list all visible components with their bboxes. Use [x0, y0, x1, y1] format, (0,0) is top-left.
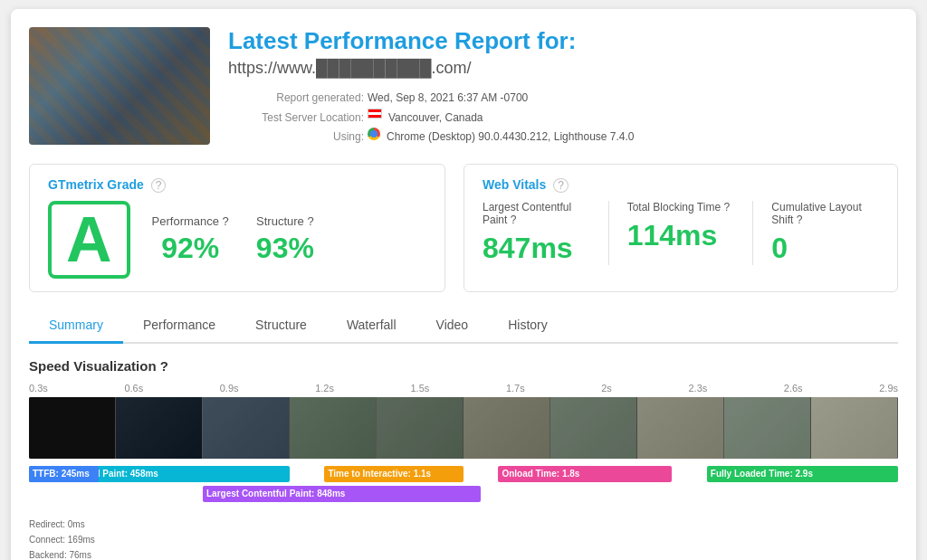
ruler-mark-5: 1.5s	[411, 383, 430, 394]
performance-value: 92%	[152, 232, 229, 265]
cls-value: 0	[771, 232, 879, 265]
onload-bar: Onload Time: 1.8s	[498, 466, 672, 482]
tab-summary[interactable]: Summary	[29, 308, 123, 344]
gtmetrix-grade-box: GTmetrix Grade ? A Performance ? 92%	[29, 164, 445, 292]
speed-visualization-section: Speed Visualization ? 0.3s 0.6s 0.9s 1.2…	[29, 358, 898, 560]
filmstrip-frame-5	[377, 397, 464, 459]
ttfb-bar: TTFB: 245ms	[29, 466, 99, 482]
vitals-help-icon[interactable]: ?	[553, 178, 569, 193]
ruler-mark-2: 0.6s	[124, 383, 143, 394]
header-info: Latest Performance Report for: https://w…	[228, 27, 898, 147]
ruler-mark-1: 0.3s	[29, 383, 48, 394]
report-generated-value: Wed, Sep 8, 2021 6:37 AM -0700	[368, 89, 528, 109]
tab-history[interactable]: History	[488, 308, 568, 344]
performance-help-icon[interactable]: ?	[223, 214, 229, 228]
cls-help-icon[interactable]: ?	[797, 214, 803, 226]
timing-bars-container: TTFB: 245ms First Contentful Paint: 458m…	[29, 462, 898, 513]
ruler-mark-9: 2.6s	[784, 383, 803, 394]
tti-bar: Time to Interactive: 1.1s	[324, 466, 464, 482]
performance-label: Performance ?	[152, 214, 229, 228]
lcp-value: 847ms	[483, 232, 590, 265]
ruler-mark-4: 1.2s	[315, 383, 334, 394]
header-section: Latest Performance Report for: https://w…	[29, 27, 898, 147]
speed-viz-help-icon[interactable]: ?	[160, 358, 168, 374]
filmstrip-frame-1	[29, 397, 116, 459]
report-url: https://www.██████████.com/	[228, 59, 898, 78]
vitals-divider-1	[608, 201, 609, 265]
filmstrip-frame-4	[290, 397, 377, 459]
filmstrip	[29, 397, 898, 459]
fully-loaded-bar: Fully Loaded Time: 2.9s	[707, 466, 898, 482]
lcp-help-icon[interactable]: ?	[511, 214, 517, 226]
filmstrip-frame-10	[811, 397, 898, 459]
tab-waterfall[interactable]: Waterfall	[327, 308, 416, 344]
tab-bar: Summary Performance Structure Waterfall …	[29, 308, 898, 344]
tab-performance[interactable]: Performance	[123, 308, 235, 344]
grade-help-icon[interactable]: ?	[151, 178, 167, 193]
server-location-value: Vancouver, Canada	[388, 109, 483, 128]
cls-label: Cumulative Layout Shift ?	[771, 201, 879, 226]
performance-metric: Performance ? 92%	[152, 214, 229, 265]
tbt-label: Total Blocking Time ?	[627, 201, 735, 214]
site-thumbnail	[29, 27, 210, 145]
structure-label: Structure ?	[256, 214, 314, 228]
chrome-icon	[368, 128, 380, 140]
using-value: Chrome (Desktop) 90.0.4430.212, Lighthou…	[387, 128, 635, 147]
ruler-mark-3: 0.9s	[220, 383, 239, 394]
tti-label: Time to Interactive: 1.1s	[328, 469, 431, 479]
metrics-row: GTmetrix Grade ? A Performance ? 92%	[29, 164, 898, 292]
tbt-help-icon[interactable]: ?	[723, 201, 730, 214]
vitals-section-title: Web Vitals ?	[483, 177, 879, 192]
filmstrip-frame-2	[116, 397, 203, 459]
vitals-divider-2	[752, 201, 753, 265]
fully-loaded-label: Fully Loaded Time: 2.9s	[711, 469, 813, 479]
grade-metrics: Performance ? 92% Structure ? 93%	[152, 214, 314, 265]
grade-inner: A Performance ? 92% Structure ?	[48, 201, 426, 279]
filmstrip-frame-9	[724, 397, 811, 459]
detail-redirect: Redirect: 0ms	[29, 517, 898, 532]
canada-flag-icon	[368, 109, 382, 119]
meta-server-location: Test Server Location: Vancouver, Canada	[228, 109, 898, 128]
meta-report-generated: Report generated: Wed, Sep 8, 2021 6:37 …	[228, 89, 898, 109]
structure-metric: Structure ? 93%	[256, 214, 314, 265]
grade-section-title: GTmetrix Grade ?	[48, 177, 426, 192]
lcp-timing-label: Largest Contentful Paint: 848ms	[206, 489, 345, 498]
page-title: Latest Performance Report for:	[228, 27, 898, 55]
tab-video[interactable]: Video	[416, 308, 489, 344]
tab-structure[interactable]: Structure	[235, 308, 327, 344]
using-label: Using:	[228, 128, 364, 147]
lcp-bar: Largest Contentful Paint: 848ms	[203, 486, 481, 502]
onload-label: Onload Time: 1.8s	[502, 469, 579, 479]
structure-help-icon[interactable]: ?	[307, 214, 313, 228]
filmstrip-frame-8	[637, 397, 724, 459]
lcp-label: Largest Contentful Paint ?	[483, 201, 590, 226]
lcp-vital: Largest Contentful Paint ? 847ms	[483, 201, 590, 265]
timing-details: Redirect: 0ms Connect: 169ms Backend: 76…	[29, 517, 898, 560]
detail-backend: Backend: 76ms	[29, 547, 898, 560]
web-vitals-box: Web Vitals ? Largest Contentful Paint ? …	[464, 164, 898, 292]
report-generated-label: Report generated:	[228, 89, 364, 109]
server-location-label: Test Server Location:	[228, 109, 364, 128]
timeline-ruler: 0.3s 0.6s 0.9s 1.2s 1.5s 1.7s 2s 2.3s 2.…	[29, 383, 898, 397]
speed-viz-title: Speed Visualization ?	[29, 358, 898, 374]
ruler-mark-10: 2.9s	[879, 383, 898, 394]
tbt-vital: Total Blocking Time ? 114ms	[627, 201, 735, 252]
main-card: Latest Performance Report for: https://w…	[11, 9, 916, 560]
header-meta: Report generated: Wed, Sep 8, 2021 6:37 …	[228, 89, 898, 147]
grade-letter: A	[48, 201, 130, 279]
filmstrip-frame-3	[203, 397, 290, 459]
detail-connect: Connect: 169ms	[29, 532, 898, 547]
tbt-value: 114ms	[627, 219, 735, 252]
meta-using: Using: Chrome (Desktop) 90.0.4430.212, L…	[228, 128, 898, 147]
cls-vital: Cumulative Layout Shift ? 0	[771, 201, 879, 265]
ruler-mark-7: 2s	[601, 383, 612, 394]
structure-value: 93%	[256, 232, 314, 265]
filmstrip-frame-7	[550, 397, 637, 459]
ttfb-label: TTFB: 245ms	[33, 469, 90, 479]
ruler-mark-8: 2.3s	[688, 383, 707, 394]
vitals-inner: Largest Contentful Paint ? 847ms Total B…	[483, 201, 879, 265]
filmstrip-frame-6	[464, 397, 550, 459]
ruler-mark-6: 1.7s	[506, 383, 525, 394]
